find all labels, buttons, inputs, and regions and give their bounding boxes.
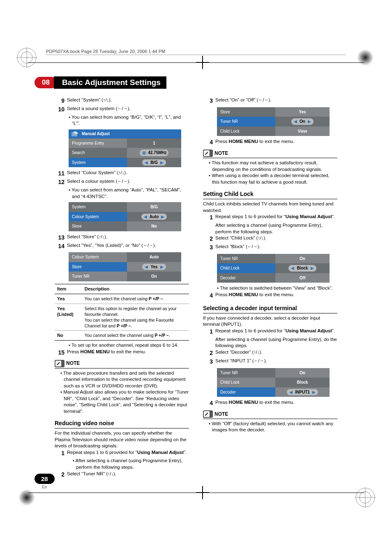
menu-manual-adjust: Manual Adjust Programme Entry1 Search▦42… [69, 129, 181, 168]
desc-yes: You can select the channel using P +/P –… [82, 294, 189, 304]
page-footer: 28 En [35, 474, 55, 489]
pencil-icon [204, 411, 210, 417]
menu-store: Colour SystemAuto Store◀Yes▶ Tuner NROn [69, 252, 181, 281]
menu-colour-system: SystemB/G Colour System◀Auto▶ StoreNo [69, 202, 181, 231]
keypad-icon: ▦ [141, 150, 146, 156]
section-reducing-noise: Reducing video noise [55, 419, 189, 427]
content: 9Select “System” (↑/↓). 10Select a sound… [55, 97, 337, 479]
running-header-text: PDP507XA.book Page 28 Tuesday, June 20, … [46, 49, 165, 54]
print-crop-top [28, 58, 364, 67]
desc-yes-listed: Select this option to register the chann… [82, 304, 189, 331]
menu-title: Manual Adjust [69, 129, 112, 138]
col-right: 3Select “On” or “Off” (←/→). StoreYes Tu… [203, 97, 337, 479]
menu-tuner-nr: StoreYes Tuner NR◀On▶ Child LockView [217, 107, 330, 136]
section-child-lock: Setting Child Lock [203, 190, 337, 198]
pencil-icon [55, 361, 61, 366]
item-description-table: ItemDescription YesYou can select the ch… [55, 284, 189, 341]
right-arrow-icon: ▶ [159, 160, 164, 166]
running-header: PDP507XA.book Page 28 Tuesday, June 20, … [46, 49, 346, 55]
note-heading: NOTE [55, 360, 189, 367]
chapter-title: Basic Adjustment Settings [54, 76, 166, 89]
section-decoder: Selecting a decoder input terminal [203, 304, 337, 312]
pencil-icon [204, 150, 210, 156]
page-number: 28 [35, 474, 55, 484]
desc-no: You cannot select the channel using P +/… [82, 331, 189, 341]
menu-child-lock: Tuner NROn Child Lock◀Block▶ DecoderOff [217, 254, 330, 283]
menu-decoder: Tuner NROn Child LockBlock Decoder◀INPUT… [217, 368, 330, 397]
left-arrow-icon: ◀ [144, 160, 149, 166]
col-left: 9Select “System” (↑/↓). 10Select a sound… [55, 97, 189, 479]
print-crop-bottom [28, 488, 364, 497]
